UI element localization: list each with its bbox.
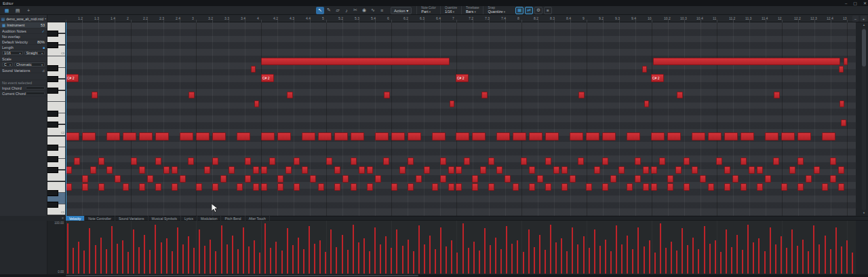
midi-note[interactable]	[781, 183, 787, 191]
midi-note[interactable]	[651, 183, 657, 191]
midi-note[interactable]	[287, 92, 293, 98]
midi-note[interactable]	[123, 132, 136, 141]
default-velocity-row[interactable]: Default Velocity 80%	[0, 39, 47, 45]
velocity-bar[interactable]	[577, 244, 578, 274]
velocity-bar[interactable]	[127, 252, 129, 274]
midi-note[interactable]	[82, 175, 88, 183]
sound-variations-row[interactable]: Sound Variations ♫	[0, 68, 47, 73]
paint-tool-icon[interactable]: ▱	[334, 7, 342, 14]
midi-note[interactable]: C# 2	[651, 74, 664, 82]
midi-note[interactable]	[254, 100, 259, 107]
group-value[interactable]: Bars	[466, 10, 473, 14]
midi-note[interactable]	[261, 183, 267, 191]
velocity-bar[interactable]	[309, 226, 310, 274]
midi-note[interactable]	[196, 183, 202, 191]
velocity-bar[interactable]	[336, 247, 337, 274]
midi-note[interactable]	[732, 175, 738, 183]
velocity-bar[interactable]	[528, 229, 530, 274]
midi-note[interactable]	[163, 166, 170, 174]
midi-note[interactable]	[724, 166, 730, 174]
velocity-bar[interactable]	[408, 240, 409, 274]
velocity-bar[interactable]	[347, 250, 349, 274]
midi-note[interactable]	[139, 132, 153, 141]
velocity-bar[interactable]	[188, 236, 189, 274]
velocity-bar[interactable]	[95, 245, 96, 274]
midi-note[interactable]	[155, 132, 169, 141]
midi-note[interactable]	[74, 158, 80, 165]
velocity-bar[interactable]	[353, 225, 354, 274]
velocity-bar[interactable]	[254, 240, 255, 274]
velocity-bar[interactable]	[539, 235, 540, 274]
velocity-bar[interactable]	[506, 226, 507, 274]
midi-note[interactable]	[765, 175, 771, 183]
midi-note[interactable]	[212, 183, 218, 191]
midi-note[interactable]	[212, 158, 218, 165]
velocity-bar[interactable]	[215, 251, 216, 274]
velocity-bar[interactable]	[555, 242, 557, 274]
midi-note[interactable]	[294, 183, 300, 191]
velocity-bar[interactable]	[676, 251, 677, 274]
velocity-bar[interactable]	[704, 226, 705, 274]
midi-note[interactable]	[326, 158, 332, 165]
midi-note[interactable]	[839, 66, 844, 73]
velocity-bar[interactable]	[775, 244, 776, 274]
velocity-bar[interactable]	[402, 246, 403, 274]
midi-note[interactable]	[797, 183, 804, 191]
midi-note[interactable]	[131, 158, 137, 165]
velocity-bar[interactable]	[726, 229, 727, 274]
midi-note[interactable]	[318, 132, 332, 141]
velocity-bar[interactable]	[770, 227, 771, 274]
more-options-icon[interactable]: ≡	[544, 7, 552, 14]
midi-note[interactable]	[570, 175, 576, 183]
midi-note[interactable]	[659, 158, 665, 165]
piano-keyboard[interactable]: C1C2C3	[47, 22, 66, 216]
velocity-bar[interactable]	[517, 240, 518, 274]
midi-note[interactable]	[635, 158, 641, 165]
midi-note[interactable]	[310, 175, 316, 183]
velocity-bar[interactable]	[808, 251, 809, 274]
midi-note[interactable]	[375, 175, 381, 183]
velocity-bar[interactable]	[380, 244, 381, 274]
velocity-bar[interactable]	[391, 248, 392, 274]
midi-note[interactable]	[814, 166, 820, 174]
velocity-bar[interactable]	[665, 248, 667, 274]
midi-note[interactable]	[667, 175, 673, 183]
midi-note[interactable]	[765, 132, 778, 141]
midi-note[interactable]	[277, 132, 291, 141]
velocity-bar[interactable]	[363, 238, 365, 274]
midi-note[interactable]	[155, 183, 161, 191]
midi-note[interactable]	[139, 166, 145, 174]
length-lock-icon[interactable]: ■	[43, 45, 45, 50]
velocity-bar[interactable]	[248, 246, 250, 274]
midi-note[interactable]	[561, 166, 568, 174]
midi-note[interactable]	[391, 183, 397, 191]
midi-note[interactable]	[253, 183, 259, 191]
midi-note[interactable]	[830, 175, 836, 183]
action-dropdown[interactable]: Action ▾	[391, 7, 412, 14]
velocity-bar[interactable]	[133, 229, 134, 274]
instrument-header[interactable]: ▦ Instrument 53	[0, 22, 47, 29]
velocity-bar[interactable]	[270, 248, 271, 274]
midi-note[interactable]	[700, 175, 706, 183]
midi-note[interactable]: C# 2	[456, 74, 469, 82]
midi-note[interactable]	[147, 175, 153, 183]
midi-note[interactable]	[318, 183, 324, 191]
velocity-bar[interactable]	[67, 223, 68, 274]
midi-note[interactable]	[204, 166, 210, 174]
velocity-bar[interactable]	[852, 253, 853, 274]
input-chord-field[interactable]	[26, 86, 45, 90]
midi-note[interactable]	[66, 132, 79, 141]
midi-note[interactable]	[806, 175, 812, 183]
velocity-bar[interactable]	[566, 251, 568, 274]
velocity-bar[interactable]	[616, 225, 617, 274]
midi-note[interactable]	[724, 183, 730, 191]
toolbar-group-quantize[interactable]: Quantize1/16 ▾	[440, 6, 461, 14]
velocity-bar[interactable]	[610, 251, 612, 274]
midi-note[interactable]	[66, 166, 72, 174]
velocity-bar[interactable]	[830, 249, 831, 274]
midi-note[interactable]	[774, 92, 780, 98]
velocity-bar[interactable]	[753, 242, 754, 274]
midi-note[interactable]	[334, 132, 348, 141]
more-tools-icon[interactable]: ≡	[378, 7, 386, 14]
velocity-bar[interactable]	[687, 245, 688, 274]
